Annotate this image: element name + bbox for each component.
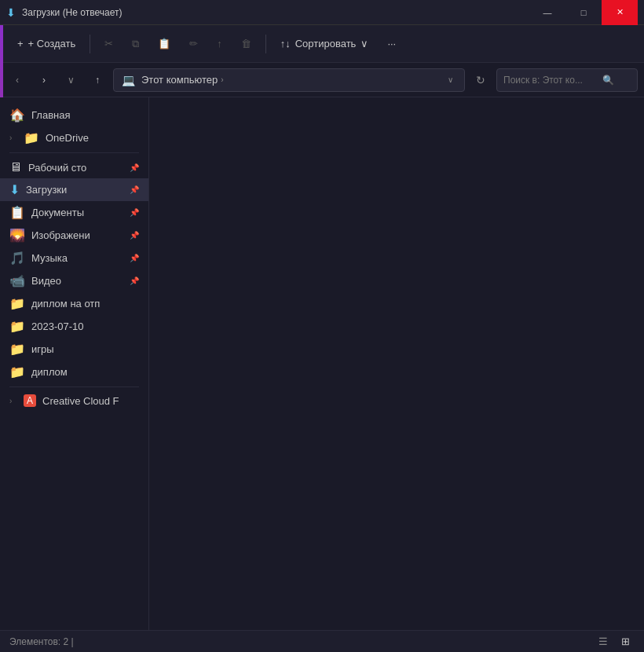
images-pin-icon: 📌	[130, 231, 139, 240]
sidebar-item-images[interactable]: 🌄 Изображени 📌	[0, 224, 148, 247]
sidebar-divider-2	[9, 386, 139, 387]
title-bar-icon: ⬇	[6, 6, 16, 19]
music-pin-icon: 📌	[130, 254, 139, 262]
title-bar-text: Загрузки (Не отвечает)	[22, 7, 122, 18]
forward-button[interactable]: ›	[33, 69, 55, 91]
path-chevron-icon: ›	[221, 75, 223, 84]
rename-icon: ✏	[189, 38, 198, 49]
toolbar-separator-1	[90, 35, 90, 53]
create-label: + Создать	[28, 38, 76, 49]
create-button[interactable]: + + Создать	[9, 33, 83, 54]
folder2-icon: 📁	[9, 319, 25, 334]
folder3-icon: 📁	[9, 342, 25, 357]
search-input[interactable]	[503, 75, 598, 86]
sidebar-item-desktop[interactable]: 🖥 Рабочий сто 📌	[0, 156, 148, 178]
sidebar-item-documents-label: Документы	[31, 207, 122, 218]
delete-button[interactable]: 🗑	[233, 33, 259, 54]
folder1-icon: 📁	[9, 296, 25, 311]
status-views: ☰ ⊞	[594, 634, 635, 650]
search-box[interactable]: 🔍	[496, 68, 638, 92]
computer-icon: 💻	[122, 74, 135, 86]
paste-icon: 📋	[158, 38, 170, 49]
sidebar-item-folder2[interactable]: 📁 2023-07-10	[0, 315, 148, 338]
status-text: Элементов: 2 |	[9, 636, 74, 647]
status-bar: Элементов: 2 | ☰ ⊞	[0, 630, 644, 652]
home-icon: 🏠	[9, 108, 25, 123]
sort-chevron-icon: ∨	[360, 38, 368, 49]
onedrive-icon: 📁	[24, 130, 39, 145]
share-icon: ↑	[217, 38, 222, 49]
toolbar-separator-2	[265, 35, 266, 53]
maximize-button[interactable]: □	[565, 0, 602, 25]
onedrive-expand-icon: ›	[9, 134, 17, 142]
sidebar-item-folder4-label: диплом	[31, 366, 139, 378]
sidebar-item-music[interactable]: 🎵 Музыка 📌	[0, 247, 148, 269]
address-path: Этот компьютер ›	[141, 74, 438, 86]
downloads-icon: ⬇	[9, 182, 20, 197]
toolbar: + + Создать ✂ ⧉ 📋 ✏ ↑ 🗑 ↑↓ Сортировать ∨…	[0, 25, 644, 63]
images-icon: 🌄	[9, 228, 25, 243]
main-layout: 🏠 Главная › 📁 OneDrive 🖥 Рабочий сто 📌 ⬇…	[0, 97, 644, 630]
more-button[interactable]: ···	[379, 33, 404, 54]
sidebar-item-documents[interactable]: 📋 Документы 📌	[0, 201, 148, 224]
path-text: Этот компьютер	[141, 74, 218, 86]
title-bar: ⬇ Загрузки (Не отвечает) — □ ✕	[0, 0, 644, 25]
sidebar-item-desktop-label: Рабочий сто	[28, 162, 122, 174]
sidebar-item-home[interactable]: 🏠 Главная	[0, 104, 148, 126]
refresh-button[interactable]: ↻	[470, 69, 492, 91]
sidebar-item-folder1[interactable]: 📁 диплом на отп	[0, 292, 148, 315]
back-button[interactable]: ‹	[6, 69, 28, 91]
sidebar-item-folder4[interactable]: 📁 диплом	[0, 361, 148, 383]
sidebar-item-creative-label: Creative Cloud F	[42, 395, 139, 407]
minimize-button[interactable]: —	[529, 0, 565, 25]
share-button[interactable]: ↑	[209, 33, 230, 54]
documents-icon: 📋	[9, 205, 25, 220]
video-icon: 📹	[9, 273, 25, 288]
sidebar-item-folder3[interactable]: 📁 игры	[0, 338, 148, 361]
sort-label: Сортировать	[295, 38, 357, 49]
desktop-icon: 🖥	[9, 160, 22, 174]
address-dropdown-icon[interactable]: ∨	[445, 74, 456, 86]
grid-view-button[interactable]: ⊞	[616, 634, 635, 650]
video-pin-icon: 📌	[130, 277, 139, 285]
rename-button[interactable]: ✏	[181, 33, 206, 54]
up-button[interactable]: ↑	[86, 69, 108, 91]
sidebar-item-video[interactable]: 📹 Видео 📌	[0, 269, 148, 292]
sidebar-item-music-label: Музыка	[31, 252, 122, 264]
sidebar-item-folder3-label: игры	[31, 343, 139, 355]
sidebar-divider-1	[9, 152, 139, 153]
create-icon: +	[17, 38, 24, 49]
list-view-button[interactable]: ☰	[594, 634, 613, 650]
sidebar-item-onedrive[interactable]: › 📁 OneDrive	[0, 126, 148, 149]
address-bar: ‹ › ∨ ↑ 💻 Этот компьютер › ∨ ↻ 🔍	[0, 63, 644, 97]
search-button[interactable]: 🔍	[602, 75, 614, 86]
folder4-icon: 📁	[9, 364, 25, 379]
sidebar-item-creative-cloud[interactable]: › A Creative Cloud F	[0, 390, 148, 411]
sidebar-item-downloads[interactable]: ⬇ Загрузки 📌	[0, 178, 148, 201]
documents-pin-icon: 📌	[130, 208, 139, 217]
cut-icon: ✂	[104, 38, 113, 49]
title-bar-controls: — □ ✕	[529, 0, 638, 25]
copy-button[interactable]: ⧉	[124, 33, 147, 55]
music-icon: 🎵	[9, 251, 25, 266]
close-button[interactable]: ✕	[602, 0, 638, 25]
sidebar-item-folder1-label: диплом на отп	[31, 298, 139, 310]
title-bar-left: ⬇ Загрузки (Не отвечает)	[6, 6, 122, 19]
sidebar-item-folder2-label: 2023-07-10	[31, 321, 139, 332]
desktop-pin-icon: 📌	[130, 163, 139, 172]
sidebar-item-home-label: Главная	[31, 109, 139, 121]
paste-button[interactable]: 📋	[150, 33, 178, 54]
sort-arrow-icon: ↑↓	[280, 38, 291, 49]
sidebar: 🏠 Главная › 📁 OneDrive 🖥 Рабочий сто 📌 ⬇…	[0, 97, 149, 630]
sidebar-item-video-label: Видео	[31, 275, 122, 287]
delete-icon: 🗑	[241, 38, 251, 49]
copy-icon: ⧉	[132, 38, 139, 50]
downloads-pin-icon: 📌	[130, 185, 139, 194]
content-area	[149, 97, 644, 630]
address-input[interactable]: 💻 Этот компьютер › ∨	[113, 68, 465, 92]
sort-button[interactable]: ↑↓ Сортировать ∨	[273, 33, 377, 54]
down-button[interactable]: ∨	[60, 69, 82, 91]
sidebar-item-downloads-label: Загрузки	[26, 184, 122, 196]
sidebar-item-images-label: Изображени	[31, 229, 122, 241]
cut-button[interactable]: ✂	[97, 33, 121, 54]
